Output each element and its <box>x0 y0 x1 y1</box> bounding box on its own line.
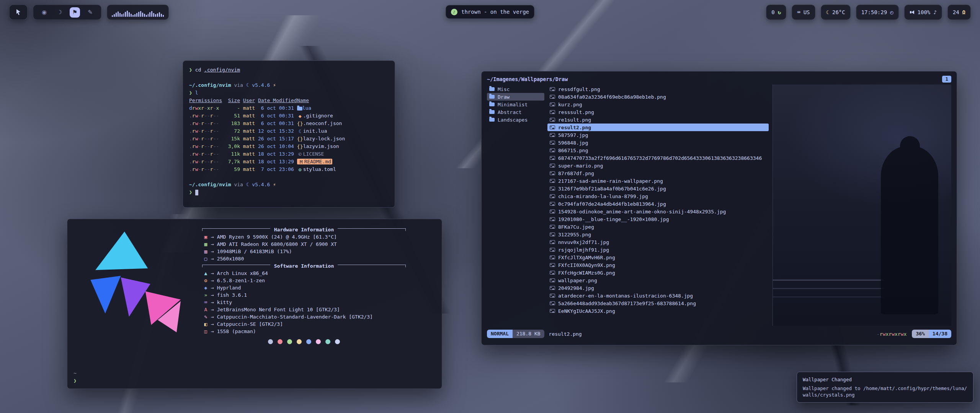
palette-dot <box>278 339 283 344</box>
file-row: .rw-r--r--51matt6 oct 00:31◆.gitignore <box>189 112 389 120</box>
folder-icon <box>489 110 495 114</box>
workspaces-module: ◉ ☽ ⚑ ✎ <box>33 5 101 20</box>
file-item[interactable]: 596848.jpg <box>547 139 769 146</box>
file-item[interactable]: 19201080-__blue-tinge__-1920×1080.jpg <box>547 215 769 223</box>
sidebar-folder[interactable]: Landscapes <box>487 116 544 124</box>
file-name: wallpaper.png <box>558 278 597 283</box>
file-item[interactable]: 217167-sad-anime-rain-wallpaper.png <box>547 177 769 185</box>
file-item[interactable]: 20492984.jpg <box>547 284 769 292</box>
file-name: 217167-sad-anime-rain-wallpaper.png <box>558 178 663 184</box>
parent-folders-pane: Misc Draw Minimalist Abstract <box>487 85 544 326</box>
file-permissions: .rw-r--r-- <box>189 127 222 135</box>
shell-prompt[interactable]: ~ ❯ <box>74 369 80 385</box>
keyboard-layout-module[interactable]: US <box>792 5 815 20</box>
file-item[interactable]: 154928-odinokoe_anime-art-anime-okno-sin… <box>547 208 769 215</box>
file-item[interactable]: result2.png <box>547 124 769 131</box>
file-item[interactable]: 87r687df.png <box>547 169 769 177</box>
theme-icon: ✎ <box>202 313 209 320</box>
file-item[interactable]: FXfcII0X0AQyn9X.png <box>547 261 769 269</box>
terminal-window[interactable]: ❯cd.config/nvim ~/.config/nvimvia☾v5.4.6… <box>183 60 395 208</box>
info-value: 1558 (pacman) <box>217 328 256 335</box>
file-item[interactable]: re1sult.png <box>547 116 769 124</box>
clock-module[interactable]: 17:50:29 <box>856 5 899 20</box>
palette-dot <box>316 339 321 344</box>
notifications-module[interactable]: 24 <box>947 5 971 20</box>
info-line: ✎Catppuccin-Macchiato-Standard-Lavender-… <box>202 313 406 320</box>
file-date: 6 oct 00:31 <box>258 112 294 120</box>
file-item[interactable]: atardecer-en-la-montanas-ilustracion-634… <box>547 292 769 299</box>
launcher-button[interactable] <box>9 5 28 20</box>
file-item[interactable]: FXfcHgcWIAMzs0G.png <box>547 269 769 276</box>
folder-icon <box>489 118 495 122</box>
info-value: AMD ATI Radeon RX 6800/6800 XT / 6900 XT <box>217 241 337 248</box>
file-item[interactable]: 3126f7e9bbf21a8a4af0b67b041c6e26.jpg <box>547 185 769 192</box>
file-item[interactable]: 08a634fa02a32364f69ebc86a98eb1eb.png <box>547 93 769 101</box>
updates-module[interactable]: 0 <box>766 5 786 20</box>
sidebar-folder[interactable]: Abstract <box>487 108 544 116</box>
file-permissions: .rw-r--r-- <box>189 166 222 173</box>
file-row: drwxr-xr-x-matt6 oct 00:31lua <box>189 104 389 112</box>
file-item[interactable]: 8FKa7Cu.jpeg <box>547 223 769 231</box>
workspace-button[interactable]: ✎ <box>85 7 95 18</box>
arrow-icon <box>211 233 214 241</box>
workspace-button[interactable]: ☽ <box>54 7 65 18</box>
file-item[interactable]: super-mario.png <box>547 162 769 169</box>
file-item[interactable]: wallpaper.png <box>547 276 769 284</box>
sidebar-folder[interactable]: Misc <box>487 85 544 93</box>
file-name: chica-mirando-la-luna-8799.jpg <box>558 193 648 199</box>
file-item[interactable]: 587597.jpg <box>547 131 769 139</box>
folder-name: Minimalist <box>498 102 528 107</box>
file-item[interactable]: resssult.png <box>547 108 769 116</box>
file-item[interactable]: nnvuv0xj2df71.jpg <box>547 238 769 246</box>
packages-icon: ◫ <box>202 328 209 335</box>
arrow-icon <box>211 270 214 277</box>
file-item[interactable]: 0c794faf07de24a4db4d4fb1eb813964.jpg <box>547 200 769 208</box>
workspace-button[interactable]: ◉ <box>39 7 49 18</box>
image-icon <box>550 141 555 145</box>
icons-icon: ◧ <box>202 320 209 328</box>
image-icon <box>550 248 555 252</box>
json-icon: {} <box>297 120 303 128</box>
notification-popup[interactable]: Wallpaper Changed Wallpaper changed to /… <box>797 372 973 403</box>
file-date: 6 oct 00:31 <box>258 120 294 127</box>
file-manager-window[interactable]: ~/Imagenes/Wallpapers/Draw 1 Misc Draw M… <box>481 71 957 345</box>
listing-header: PermissionsSizeUserDate ModifiedName <box>189 97 389 104</box>
info-line: ⚙6.5.8-zen1-1-zen <box>202 277 406 284</box>
sidebar-folder[interactable]: Minimalist <box>487 101 544 108</box>
volume-module[interactable]: 100% <box>904 5 942 20</box>
mode-badge: NORMAL <box>487 330 513 338</box>
clock-time: 17:50:29 <box>861 9 887 15</box>
now-playing-title: thrown - on the verge <box>461 9 529 15</box>
tab-badge[interactable]: 1 <box>942 76 951 83</box>
image-icon <box>550 210 555 213</box>
software-section-title: Software Information <box>202 262 406 270</box>
notification-body: Wallpaper changed to /home/matt/.config/… <box>803 385 967 398</box>
folder-name: Draw <box>498 94 510 100</box>
file-date: 18 oct 13:29 <box>258 150 294 158</box>
file-name: 68747470733a2f2f696d616765732d7769786d70… <box>558 155 762 161</box>
file-item[interactable]: 3122955.png <box>547 231 769 238</box>
file-item[interactable]: 5a266e448add93deab367d87173e9f25-6837886… <box>547 299 769 307</box>
image-icon <box>550 294 555 298</box>
image-icon <box>550 118 555 122</box>
sidebar-folder[interactable]: Draw <box>487 93 544 101</box>
file-name: stylua.toml <box>303 166 336 172</box>
file-item[interactable]: FXfcJlTXgAMvH6R.png <box>547 254 769 261</box>
now-playing-module[interactable]: thrown - on the verge <box>446 5 534 19</box>
file-item[interactable]: kurz.png <box>547 101 769 108</box>
moon-icon <box>826 9 829 15</box>
weather-module[interactable]: 26°C <box>821 5 851 20</box>
font-icon: A <box>202 306 209 313</box>
workspace-button[interactable]: ⚑ <box>70 7 80 18</box>
image-icon <box>550 187 555 190</box>
file-owner: matt <box>243 112 255 120</box>
file-item[interactable]: EeNKYgIUcAAJ5JX.png <box>547 307 769 315</box>
file-item[interactable]: chica-mirando-la-luna-8799.jpg <box>547 192 769 200</box>
file-item[interactable]: 866715.png <box>547 146 769 154</box>
file-size: 11k <box>225 150 240 158</box>
fetch-terminal-window[interactable]: Hardware Information ▣AMD Ryzen 9 5900X … <box>67 219 442 389</box>
file-item[interactable]: ressdfgult.png <box>547 85 769 93</box>
file-item[interactable]: 68747470733a2f2f696d616765732d7769786d70… <box>547 154 769 162</box>
file-item[interactable]: rsjqojlmjhf91.jpg <box>547 246 769 254</box>
prompt-input-line[interactable]: ❯ <box>189 189 389 196</box>
